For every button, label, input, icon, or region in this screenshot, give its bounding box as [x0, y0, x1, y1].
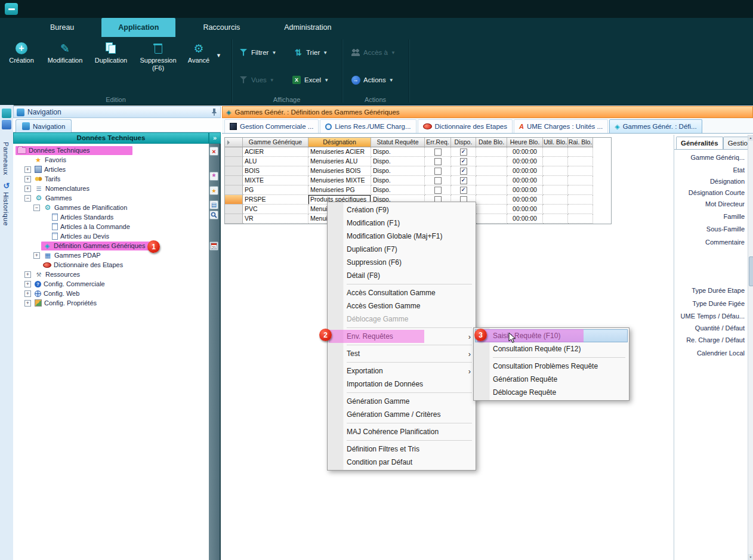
menu-item-condition-par-d-faut[interactable]: Condition par Défaut	[329, 456, 474, 469]
document-tab-dictionnaire-des-etapes[interactable]: Dictionnaire des Etapes	[418, 119, 513, 133]
tree-item-gammes-pdap[interactable]: +Gammes PDAP	[13, 250, 209, 260]
column-header-d-signation[interactable]: Désignation	[308, 138, 371, 147]
tree-item-articles-la-commande[interactable]: Articles à la Commande	[13, 222, 209, 231]
navigation-dock-icon[interactable]	[2, 120, 11, 129]
expand-toggle[interactable]: +	[24, 271, 31, 278]
scrollbar-thumb[interactable]	[749, 256, 753, 286]
filtrer-button[interactable]: Filtrer ▼	[239, 45, 276, 60]
grid-row-acier[interactable]: ACIERMenuiseries ACIERDispo.✓00:00:00	[225, 147, 611, 157]
menu-item-maj-coh-rence-planification[interactable]: MAJ Cohérence Planification	[329, 425, 474, 438]
menu-item-d-tail-f8[interactable]: Détail (F8)	[329, 269, 474, 282]
modification-button[interactable]: Modification	[42, 42, 88, 64]
tab-bureau[interactable]: Bureau	[33, 18, 91, 37]
menu-item-g-n-ration-gamme[interactable]: Génération Gamme	[329, 395, 474, 408]
tree-item-favoris[interactable]: Favoris	[13, 155, 209, 165]
tree-item-tarifs[interactable]: +Tarifs	[13, 174, 209, 184]
tree-item-dictionnaire-des-etapes[interactable]: Dictionnaire des Etapes	[13, 260, 209, 270]
row-selector[interactable]	[225, 214, 243, 224]
tree-item-articles-au-devis[interactable]: Articles au Devis	[13, 231, 209, 241]
expand-toggle[interactable]: +	[24, 166, 31, 173]
scroll-down-arrow-icon[interactable]: ▼	[748, 554, 753, 560]
document-tab-liens-res-ume-charg[interactable]: Liens Res./UME Charg...	[320, 119, 416, 133]
row-selector[interactable]	[225, 166, 243, 176]
creation-button[interactable]: + Création	[4, 42, 39, 64]
grid-row-pg[interactable]: PGMenuiseries PGDispo.✓00:00:00	[225, 185, 611, 195]
dock-tab-historique[interactable]: Historique	[2, 192, 10, 226]
row-selector[interactable]	[225, 176, 243, 185]
checkbox[interactable]: ✓	[460, 177, 467, 184]
expand-toggle[interactable]: +	[24, 185, 31, 192]
tree-item-nomenclatures[interactable]: +Nomenclatures	[13, 184, 209, 193]
tree-item-config-commerciale[interactable]: +Config. Commerciale	[13, 279, 209, 289]
row-selector[interactable]	[225, 205, 243, 214]
expand-toggle[interactable]: −	[24, 195, 31, 202]
menu-item-consultation-requ-te-f12[interactable]: Consultation Requête (F12)	[475, 342, 628, 355]
row-selector[interactable]	[225, 195, 243, 205]
vertical-scrollbar[interactable]: ▲ ▼	[748, 135, 753, 560]
expand-toggle[interactable]: +	[33, 252, 40, 259]
close-red-button[interactable]: ×	[209, 147, 218, 156]
menu-item-g-n-ration-requ-te[interactable]: Génération Requête	[475, 373, 628, 386]
tree-item-articles[interactable]: +Articles	[13, 165, 209, 174]
menu-item-d-finition-filtres-et-tris[interactable]: Définition Filtres et Tris	[329, 443, 474, 456]
panels-icon[interactable]	[2, 109, 11, 118]
tab-gestion-info[interactable]: Gestion Info	[723, 137, 748, 149]
menu-item-acc-s-gestion-gamme[interactable]: Accès Gestion Gamme	[329, 299, 474, 313]
row-selector[interactable]	[225, 185, 243, 195]
row-selector[interactable]	[225, 147, 243, 157]
document-tab-gammes-g-n-r-d-fi[interactable]: Gammes Génér. : Défi...	[609, 119, 702, 133]
column-header-heure-blo[interactable]: Heure Blo.	[507, 138, 543, 147]
grid-row-mixte[interactable]: MIXTEMenuiseries MIXTEDispo.✓00:00:00	[225, 176, 611, 185]
duplication-button[interactable]: Duplication	[91, 42, 131, 64]
checkbox[interactable]	[434, 187, 442, 194]
menu-item-suppression-f6[interactable]: Suppression (F6)	[329, 256, 474, 269]
row-selector[interactable]	[225, 157, 243, 166]
menu-item-env-requ-tes[interactable]: Env. Requêtes›	[329, 330, 474, 343]
grid-row-alu[interactable]: ALUMenuiseries ALUDispo.✓00:00:00	[225, 157, 611, 166]
menu-item-modification-globale-maj-f1[interactable]: Modification Globale (Maj+F1)	[329, 230, 474, 243]
dock-tab-panneaux[interactable]: Panneaux	[2, 142, 10, 175]
excel-button[interactable]: Excel ▼	[292, 73, 329, 87]
avance-button[interactable]: Avancé	[183, 42, 215, 64]
checkbox[interactable]	[434, 177, 442, 184]
actions-button[interactable]: Actions ▼	[351, 73, 394, 87]
tree-item-d-finition-gammes-g-n-riques[interactable]: Définition Gammes Génériques	[13, 241, 209, 250]
tree-item-articles-standards[interactable]: Articles Standards	[13, 212, 209, 222]
column-header-statut-requ-te[interactable]: Statut Requête	[371, 138, 425, 147]
menu-item-d-blocage-requ-te[interactable]: Déblocage Requête	[475, 386, 628, 399]
tree-item-donn-es-techniques[interactable]: Données Techniques	[13, 146, 209, 155]
tab-navigation[interactable]: Navigation	[16, 119, 72, 132]
tree-item-config-web[interactable]: +Config. Web	[13, 289, 209, 298]
checkbox[interactable]	[434, 168, 442, 175]
search-button[interactable]	[209, 211, 218, 219]
menu-item-test[interactable]: Test›	[329, 347, 474, 360]
tree-item-ressources[interactable]: +Ressources	[13, 270, 209, 279]
expand-toggle[interactable]: +	[24, 176, 31, 182]
flower-settings-button[interactable]: *	[209, 172, 218, 181]
favorites-star-button[interactable]: ★	[209, 186, 218, 195]
column-header-selector[interactable]	[225, 138, 243, 147]
column-header-util-blo[interactable]: Util. Blo.	[543, 138, 568, 147]
menu-item-g-n-ration-gamme-crit-res[interactable]: Génération Gamme / Critères	[329, 408, 474, 421]
checkbox[interactable]: ✓	[460, 148, 467, 156]
column-header-err-req[interactable]: Err.Req.	[425, 138, 451, 147]
checkbox[interactable]	[434, 158, 442, 165]
menu-item-importation-de-donn-es[interactable]: Importation de Données	[329, 378, 474, 391]
menu-item-cr-ation-f9[interactable]: Création (F9)	[329, 203, 474, 216]
menu-item-modification-f1[interactable]: Modification (F1)	[329, 216, 474, 230]
column-header-gamme-g-n-rique[interactable]: Gamme Générique	[243, 138, 308, 147]
expand-toggle[interactable]: +	[24, 281, 31, 287]
avance-dropdown-caret-icon[interactable]: ▼	[216, 52, 221, 58]
column-header-rai-blo[interactable]: Rai. Blo.	[568, 138, 593, 147]
app-logo-icon[interactable]	[5, 3, 18, 15]
tree-item-config-propri-t-s[interactable]: +Config. Propriétés	[13, 298, 209, 308]
views-layers-button[interactable]: ▤	[209, 200, 218, 209]
history-icon[interactable]: ↺	[2, 181, 11, 191]
document-tab-gestion-commerciale[interactable]: Gestion Commerciale ...	[224, 119, 319, 133]
menu-item-consultation-probl-mes-requ-te[interactable]: Consultation Problèmes Requête	[475, 360, 628, 373]
suppression-button[interactable]: Suppression (F6)	[136, 42, 180, 72]
tab-administration[interactable]: Administration	[267, 18, 348, 37]
tab-generalites[interactable]: Généralités	[676, 137, 723, 149]
calendar-button[interactable]: 21	[209, 242, 218, 250]
menu-item-saisie-requ-te-f10[interactable]: Saisie Requête (F10)	[475, 329, 628, 342]
